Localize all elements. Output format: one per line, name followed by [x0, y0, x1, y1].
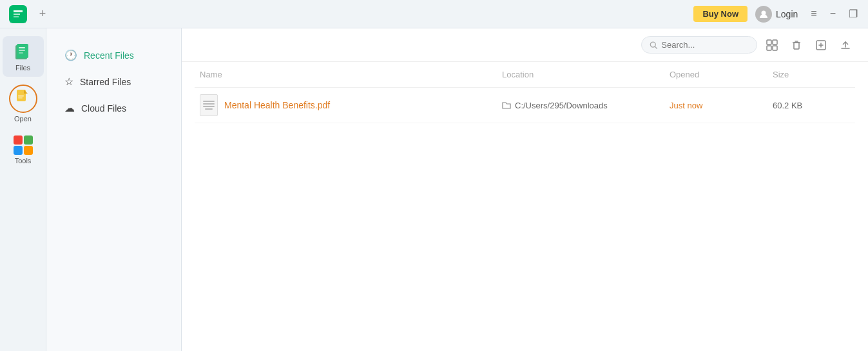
add-button[interactable]: [811, 35, 831, 55]
folder-icon: [502, 101, 511, 110]
cloud-files-icon: ☁: [64, 102, 75, 114]
file-table: Name Location Opened Size Mental Health …: [182, 62, 868, 351]
svg-rect-5: [19, 50, 25, 51]
maximize-icon[interactable]: ❐: [846, 6, 860, 21]
sidebar-item-files[interactable]: Files: [3, 36, 44, 77]
file-name: Mental Health Benefits.pdf: [224, 100, 330, 110]
svg-rect-4: [19, 47, 25, 48]
size-cell: 60.2 KB: [773, 101, 850, 110]
file-size: 60.2 KB: [773, 101, 802, 110]
content-toolbar: [182, 28, 868, 62]
file-type-icon: [200, 94, 218, 116]
open-icon: [9, 85, 37, 113]
app-logo[interactable]: [8, 4, 28, 25]
login-area[interactable]: Login: [755, 6, 798, 23]
cloud-files-label: Cloud Files: [81, 103, 126, 114]
nav-sidebar: 🕐 Recent Files ☆ Starred Files ☁ Cloud F…: [46, 28, 182, 351]
grid-view-button[interactable]: [762, 35, 782, 55]
tools-label: Tools: [15, 157, 32, 165]
titlebar: + Buy Now Login ≡ − ❐: [0, 0, 868, 28]
upload-button[interactable]: [836, 35, 855, 55]
nav-starred-files[interactable]: ☆ Starred Files: [52, 69, 176, 94]
starred-files-label: Starred Files: [80, 77, 131, 87]
open-label: Open: [14, 115, 32, 123]
opened-cell: Just now: [670, 101, 773, 110]
trash-button[interactable]: [787, 35, 806, 55]
files-icon: [13, 41, 34, 62]
icon-sidebar: Files Open Tools: [0, 28, 46, 351]
file-name-cell: Mental Health Benefits.pdf: [200, 94, 502, 116]
starred-files-icon: ☆: [64, 75, 73, 88]
recent-files-icon: 🕐: [64, 49, 77, 61]
main-layout: Files Open Tools: [0, 28, 868, 351]
new-tab-button[interactable]: +: [34, 5, 52, 23]
svg-rect-16: [794, 43, 799, 49]
table-header: Name Location Opened Size: [195, 62, 855, 88]
file-location: C:/Users/295/Downloads: [515, 101, 608, 110]
minimize-icon[interactable]: −: [827, 6, 838, 21]
location-cell: C:/Users/295/Downloads: [502, 101, 670, 110]
menu-icon[interactable]: ≡: [808, 6, 819, 21]
nav-cloud-files[interactable]: ☁ Cloud Files: [52, 95, 176, 121]
sidebar-item-open[interactable]: Open: [3, 79, 44, 128]
sidebar-item-tools[interactable]: Tools: [3, 130, 44, 170]
search-icon: [650, 41, 657, 50]
svg-rect-6: [19, 52, 23, 54]
tools-icon: [14, 135, 33, 155]
files-label: Files: [15, 64, 30, 72]
nav-recent-files[interactable]: 🕐 Recent Files: [52, 43, 176, 68]
login-label: Login: [776, 9, 798, 19]
search-input[interactable]: [661, 40, 749, 50]
svg-rect-15: [773, 46, 777, 50]
svg-rect-14: [767, 46, 771, 50]
file-opened: Just now: [670, 101, 702, 110]
recent-files-label: Recent Files: [84, 50, 134, 61]
search-box[interactable]: [641, 36, 757, 54]
buy-now-button[interactable]: Buy Now: [693, 6, 747, 22]
content-area: Name Location Opened Size Mental Health …: [182, 28, 868, 351]
table-row[interactable]: Mental Health Benefits.pdf C:/Users/295/…: [195, 88, 855, 123]
svg-rect-12: [767, 40, 771, 45]
header-size: Size: [773, 70, 850, 79]
svg-rect-13: [773, 40, 777, 45]
header-opened: Opened: [670, 70, 773, 79]
svg-line-11: [655, 46, 657, 48]
header-location: Location: [502, 70, 670, 79]
window-controls: ≡ − ❐: [808, 6, 860, 21]
header-name: Name: [200, 70, 502, 79]
avatar: [755, 6, 772, 23]
